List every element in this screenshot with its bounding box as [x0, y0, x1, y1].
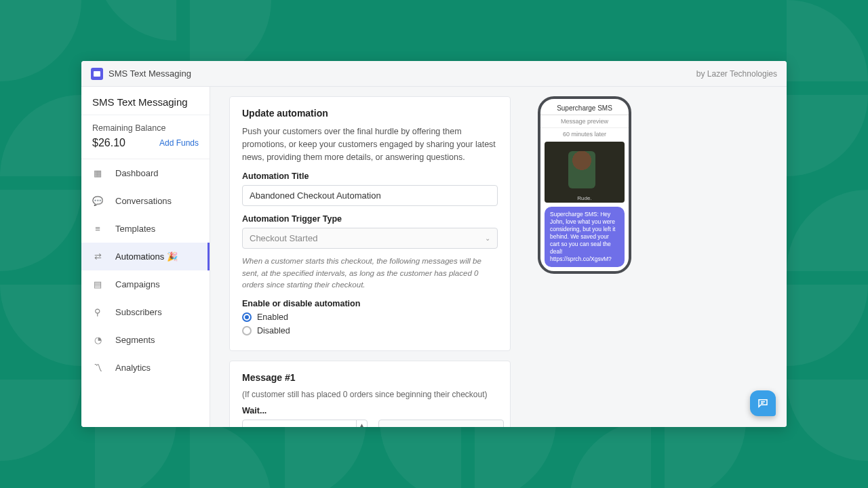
phone-preview-image: Rude. [545, 142, 625, 203]
wait-unit-value: Minutes [386, 425, 417, 427]
message-subtext: (If customer still has placed 0 orders s… [242, 390, 498, 399]
balance-amount: $26.10 [92, 137, 125, 149]
radio-enabled[interactable]: Enabled [242, 312, 498, 322]
topbar-left: SMS Text Messaging [91, 68, 191, 80]
sidebar-item-label: Segments [115, 335, 155, 345]
conversations-icon: 💬 [92, 196, 103, 206]
phone-header: Supercharge SMS [540, 99, 629, 115]
chevron-down-icon: ⌄ [485, 235, 490, 242]
card-heading: Update automation [242, 108, 498, 119]
sidebar-item-label: Campaigns [115, 279, 160, 289]
chevron-down-icon: ⌄ [491, 426, 496, 427]
sidebar-item-label: Conversations [115, 196, 172, 206]
sidebar-item-analytics[interactable]: 〽 Analytics [81, 354, 210, 382]
analytics-icon: 〽 [92, 363, 103, 373]
automations-icon: ⇄ [92, 251, 103, 262]
phone-message-bubble: Supercharge SMS: Hey John, love what you… [545, 207, 625, 267]
enable-label: Enable or disable automation [242, 299, 498, 308]
balance-label: Remaining Balance [92, 123, 199, 133]
message-heading: Message #1 [242, 372, 498, 383]
automation-title-label: Automation Title [242, 171, 498, 181]
dashboard-icon: ▦ [92, 168, 103, 178]
radio-icon [242, 326, 252, 336]
trigger-type-label: Automation Trigger Type [242, 214, 498, 224]
sidebar-item-subscribers[interactable]: ⚲ Subscribers [81, 298, 210, 326]
update-automation-card: Update automation Push your customers ov… [229, 96, 511, 351]
sidebar-item-campaigns[interactable]: ▤ Campaigns [81, 270, 210, 298]
phone-time: 60 minutes later [540, 128, 629, 140]
sidebar-item-label: Dashboard [115, 168, 159, 178]
sidebar-item-label: Automations 🎉 [115, 251, 178, 262]
templates-icon: ≡ [92, 224, 103, 234]
topbar-title: SMS Text Messaging [108, 68, 191, 79]
sidebar-item-dashboard[interactable]: ▦ Dashboard [81, 159, 210, 187]
radio-label: Enabled [257, 312, 288, 322]
trigger-help-note: When a customer starts this checkout, th… [242, 256, 498, 291]
radio-label: Disabled [257, 326, 290, 336]
sidebar-item-label: Templates [115, 224, 155, 234]
trigger-type-value: Checkout Started [250, 233, 317, 243]
sidebar: SMS Text Messaging Remaining Balance $26… [81, 87, 210, 427]
automation-title-input[interactable] [242, 185, 498, 206]
sidebar-item-segments[interactable]: ◔ Segments [81, 326, 210, 354]
wait-stepper[interactable]: ▲ ▼ [356, 420, 367, 427]
main-content: Update automation Push your customers ov… [210, 87, 787, 427]
wait-value-input[interactable] [242, 420, 368, 427]
add-funds-link[interactable]: Add Funds [159, 138, 199, 148]
phone-image-caption: Rude. [545, 195, 625, 201]
phone-frame: Supercharge SMS Message preview 60 minut… [538, 96, 631, 274]
app-logo-icon [91, 68, 103, 80]
sidebar-item-templates[interactable]: ≡ Templates [81, 215, 210, 243]
chat-fab[interactable] [750, 390, 776, 416]
segments-icon: ◔ [92, 335, 103, 345]
vendor-label: by Lazer Technologies [696, 69, 777, 79]
radio-icon [242, 312, 252, 322]
sidebar-item-conversations[interactable]: 💬 Conversations [81, 187, 210, 215]
phone-preview: Supercharge SMS Message preview 60 minut… [538, 96, 631, 274]
sidebar-item-automations[interactable]: ⇄ Automations 🎉 [81, 243, 210, 270]
phone-sub: Message preview [540, 115, 629, 128]
radio-disabled[interactable]: Disabled [242, 326, 498, 336]
balance-box: Remaining Balance $26.10 Add Funds [81, 115, 210, 159]
wait-label: Wait... [242, 406, 498, 415]
subscribers-icon: ⚲ [92, 307, 103, 317]
trigger-type-select[interactable]: Checkout Started ⌄ [242, 228, 498, 249]
sidebar-nav: ▦ Dashboard 💬 Conversations ≡ Templates … [81, 159, 210, 382]
sidebar-item-label: Analytics [115, 363, 151, 373]
topbar: SMS Text Messaging by Lazer Technologies [81, 61, 787, 87]
stepper-up-icon[interactable]: ▲ [357, 420, 367, 427]
app-window: SMS Text Messaging by Lazer Technologies… [81, 61, 787, 427]
chat-icon [757, 397, 769, 409]
message-card: Message #1 (If customer still has placed… [229, 361, 511, 427]
sidebar-title: SMS Text Messaging [81, 87, 210, 115]
card-description: Push your customers over the final hurdl… [242, 125, 498, 163]
wait-unit-select[interactable]: Minutes ⌄ [378, 420, 504, 427]
campaigns-icon: ▤ [92, 279, 103, 289]
sidebar-item-label: Subscribers [115, 307, 162, 317]
